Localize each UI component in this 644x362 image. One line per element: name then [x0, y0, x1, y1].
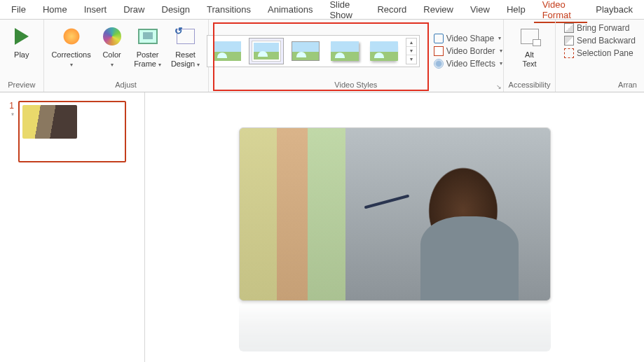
poster-frame-label-1: Poster: [137, 50, 159, 59]
play-label: Play: [14, 50, 29, 60]
play-icon: [11, 25, 33, 48]
video-style-5[interactable]: [366, 38, 402, 64]
group-label-preview: Preview: [8, 79, 35, 90]
group-label-accessibility: Accessibility: [509, 79, 551, 90]
menu-help[interactable]: Help: [498, 1, 534, 18]
slide-thumbnail-1[interactable]: 1 *: [6, 101, 139, 162]
reset-label-1: Reset: [175, 50, 196, 59]
send-backward-button[interactable]: Send Backward: [561, 35, 638, 46]
video-shape-button[interactable]: Video Shape▾: [431, 33, 505, 44]
corrections-button[interactable]: Corrections▾: [50, 22, 93, 68]
video-style-1[interactable]: [210, 38, 245, 64]
play-button[interactable]: Play: [5, 22, 39, 60]
gallery-more-button[interactable]: ▾: [406, 55, 416, 64]
chevron-down-icon: ▾: [197, 62, 200, 68]
menu-animations[interactable]: Animations: [259, 1, 321, 18]
video-effects-label: Video Effects: [446, 59, 495, 69]
chevron-down-icon: ▾: [500, 60, 502, 67]
video-shape-label: Video Shape: [446, 34, 495, 43]
shape-icon: [434, 34, 444, 43]
video-style-2[interactable]: [249, 38, 284, 64]
group-label-adjust: Adjust: [115, 79, 137, 90]
bring-forward-icon: [564, 23, 574, 33]
video-effects-button[interactable]: Video Effects▾: [431, 58, 505, 69]
animation-indicator-icon: *: [11, 112, 14, 120]
alt-text-button[interactable]: AltText: [515, 22, 544, 68]
chevron-down-icon: ▾: [111, 62, 114, 68]
reset-icon: [174, 25, 197, 48]
poster-frame-label-2: Frame: [134, 60, 156, 68]
sun-icon: [60, 25, 83, 48]
menu-playback[interactable]: Playback: [587, 1, 641, 18]
menu-review[interactable]: Review: [415, 1, 462, 18]
gallery-down-button[interactable]: ▾: [406, 47, 416, 55]
menu-record[interactable]: Record: [369, 1, 415, 18]
video-border-button[interactable]: Video Border▾: [431, 46, 505, 57]
send-backward-label: Send Backward: [577, 36, 636, 46]
selection-pane-label: Selection Pane: [577, 48, 633, 58]
menu-insert[interactable]: Insert: [76, 1, 116, 18]
chevron-down-icon: ▾: [70, 62, 73, 68]
menu-view[interactable]: View: [462, 1, 498, 18]
color-button[interactable]: Color▾: [97, 22, 127, 68]
video-styles-gallery: ▴ ▾ ▾: [207, 35, 420, 67]
alt-label-2: Text: [522, 60, 536, 68]
alt-label-1: Alt: [525, 50, 534, 59]
workspace: 1 *: [0, 92, 644, 362]
bring-forward-label: Bring Forward: [577, 23, 629, 33]
menu-bar: FileHomeInsertDrawDesignTransitionsAnima…: [0, 0, 644, 20]
video-style-4[interactable]: [327, 38, 362, 64]
group-arrange: Bring Forward Send Backward Selection Pa…: [556, 20, 644, 92]
video-styles-launcher[interactable]: ↘: [496, 83, 502, 90]
video-border-label: Video Border: [446, 46, 495, 56]
menu-home[interactable]: Home: [34, 1, 76, 18]
group-accessibility: AltText Accessibility: [504, 20, 556, 92]
group-preview: Play Preview: [0, 20, 44, 92]
reset-label-2: Design: [171, 60, 195, 68]
send-backward-icon: [564, 36, 574, 46]
ribbon: Play Preview Corrections▾ Color▾ PosterF…: [0, 20, 644, 92]
poster-frame-button[interactable]: PosterFrame ▾: [131, 22, 165, 68]
corrections-label: Corrections: [51, 50, 90, 59]
menu-design[interactable]: Design: [153, 1, 198, 18]
menu-transitions[interactable]: Transitions: [198, 1, 259, 18]
video-style-3[interactable]: [288, 38, 323, 64]
menu-draw[interactable]: Draw: [115, 1, 153, 18]
bring-forward-button[interactable]: Bring Forward: [561, 22, 638, 34]
group-label-video-styles: Video Styles: [334, 79, 377, 90]
chevron-down-icon: ▾: [500, 48, 502, 54]
group-label-arrange: Arran: [618, 79, 638, 90]
alt-text-icon: [519, 25, 541, 48]
slide-number: 1: [6, 101, 14, 111]
chevron-down-icon: ▾: [498, 35, 501, 41]
effects-icon: [434, 59, 444, 69]
poster-frame-icon: [137, 25, 159, 48]
slide-thumbnail-image: [18, 101, 126, 162]
video-object[interactable]: [239, 127, 551, 301]
gallery-spinner: ▴ ▾ ▾: [406, 38, 417, 64]
group-video-styles: ▴ ▾ ▾ Video Shape▾ Video Border▾ Video E…: [209, 20, 505, 92]
menu-file[interactable]: File: [3, 1, 34, 18]
gallery-up-button[interactable]: ▴: [406, 39, 416, 47]
color-label: Color: [102, 50, 121, 59]
border-icon: [434, 46, 444, 56]
group-adjust: Corrections▾ Color▾ PosterFrame ▾ ResetD…: [44, 20, 209, 92]
slide-thumbnail-panel: 1 *: [0, 92, 145, 362]
selection-pane-icon: [564, 48, 574, 58]
chevron-down-icon: ▾: [158, 62, 161, 68]
slide-canvas[interactable]: [145, 92, 644, 362]
reset-design-button[interactable]: ResetDesign ▾: [169, 22, 203, 68]
selection-pane-button[interactable]: Selection Pane: [561, 48, 638, 59]
color-icon: [101, 25, 123, 48]
video-content: [240, 128, 550, 300]
video-reflection: [239, 302, 551, 351]
